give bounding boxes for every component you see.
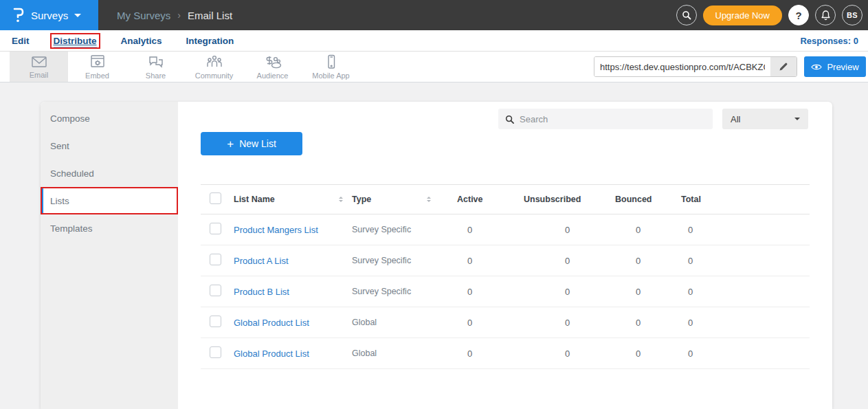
new-list-button[interactable]: + New List [201, 132, 302, 155]
distribute-tab-share[interactable]: Share [126, 52, 185, 82]
list-search-box [498, 109, 713, 129]
pencil-icon [779, 62, 788, 71]
col-total: Total [680, 195, 810, 204]
survey-url-input[interactable] [594, 57, 770, 76]
email-sidebar: ComposeSentScheduledListsTemplates [41, 102, 178, 409]
total-count: 0 [680, 225, 810, 235]
col-unsubscribed: Unsubscribed [522, 195, 615, 204]
unsubscribed-count: 0 [522, 287, 615, 297]
bounced-count: 0 [615, 225, 680, 235]
select-all-checkbox[interactable] [210, 192, 221, 204]
list-name-link[interactable]: Product Mangers List [234, 225, 318, 235]
chevron-down-icon [74, 14, 81, 21]
help-button[interactable]: ? [788, 5, 809, 25]
new-list-label: New List [239, 138, 276, 149]
table-body: Product Mangers ListSurvey Specific0000P… [201, 214, 810, 369]
list-type: Survey Specific [352, 256, 411, 265]
unsubscribed-count: 0 [522, 256, 615, 266]
tab-label: Analytics [121, 36, 162, 46]
distribute-tab-mobile-app[interactable]: Mobile App [302, 52, 360, 82]
embed-icon [89, 54, 107, 70]
user-avatar[interactable]: BS [842, 5, 863, 25]
row-checkbox[interactable] [210, 223, 221, 234]
upgrade-button[interactable]: Upgrade Now [703, 5, 783, 25]
sidebar-item-templates[interactable]: Templates [41, 214, 178, 242]
sidebar-item-lists[interactable]: Lists [41, 187, 178, 214]
notifications-button[interactable] [815, 5, 836, 25]
distribute-tab-email[interactable]: Email [10, 52, 68, 82]
active-count: 0 [454, 225, 522, 235]
email-lists-table: List Name Type Active Unsubscribed Bounc… [201, 184, 810, 369]
active-count: 0 [454, 256, 522, 266]
active-count: 0 [454, 318, 522, 328]
list-filter-dropdown[interactable]: All [722, 109, 808, 129]
sidebar-item-scheduled[interactable]: Scheduled [41, 159, 178, 187]
toolbar-right: Preview [594, 56, 868, 77]
col-list-name[interactable]: List Name [234, 195, 275, 204]
list-type: Global [352, 349, 377, 358]
row-checkbox[interactable] [210, 346, 221, 358]
table-row: Global Product ListGlobal0000 [201, 307, 810, 338]
sidebar-item-compose[interactable]: Compose [41, 104, 178, 132]
community-icon [205, 54, 224, 70]
list-search-input[interactable] [520, 114, 706, 124]
distribute-tab-community[interactable]: Community [185, 52, 243, 82]
active-count: 0 [454, 287, 522, 297]
tab-edit[interactable]: Edit [10, 34, 32, 47]
breadcrumb-current: Email List [188, 10, 232, 21]
tab-label: Distribute [54, 36, 97, 48]
sidebar-item-sent[interactable]: Sent [41, 132, 178, 159]
bounced-count: 0 [615, 256, 680, 266]
distribute-tab-audience[interactable]: Audience [243, 52, 302, 82]
list-name-link[interactable]: Global Product List [234, 349, 309, 359]
table-row: Product A ListSurvey Specific0000 [201, 245, 810, 276]
questionpro-logo-icon [12, 7, 25, 23]
tab-label: Integration [186, 36, 234, 46]
list-name-link[interactable]: Global Product List [234, 318, 309, 328]
list-type: Survey Specific [352, 225, 411, 234]
sort-list-name-icon[interactable] [339, 197, 343, 202]
email-lists-panel: ComposeSentScheduledListsTemplates All + [41, 102, 832, 409]
unsubscribed-count: 0 [522, 225, 615, 235]
avatar-initials: BS [847, 11, 858, 19]
survey-url-group [594, 56, 797, 77]
eye-icon [811, 63, 822, 71]
total-count: 0 [680, 287, 810, 297]
preview-label: Preview [827, 62, 858, 72]
share-icon [147, 54, 165, 70]
lists-content: All + New List List Name Type [178, 102, 832, 409]
col-type[interactable]: Type [352, 195, 371, 204]
product-name: Surveys [31, 10, 68, 21]
total-count: 0 [680, 349, 810, 359]
filter-selected-value: All [731, 114, 740, 124]
tab-analytics[interactable]: Analytics [119, 34, 164, 47]
bell-icon [821, 10, 831, 21]
tab-label: Edit [12, 36, 30, 46]
search-button[interactable] [676, 5, 697, 25]
filter-row: All [178, 109, 808, 129]
responses-count[interactable]: Responses: 0 [800, 36, 858, 46]
row-checkbox[interactable] [210, 285, 221, 296]
list-type: Global [352, 318, 377, 327]
product-switcher[interactable]: Surveys [0, 0, 98, 30]
total-count: 0 [680, 318, 810, 328]
unsubscribed-count: 0 [522, 349, 615, 359]
list-name-link[interactable]: Product B List [234, 287, 289, 297]
breadcrumb: My Surveys › Email List [117, 10, 232, 21]
distribute-tab-embed[interactable]: Embed [68, 52, 126, 82]
row-checkbox[interactable] [210, 254, 221, 265]
list-type: Survey Specific [352, 287, 411, 296]
row-checkbox[interactable] [210, 316, 221, 327]
preview-button[interactable]: Preview [804, 56, 866, 77]
sort-type-icon[interactable] [427, 197, 431, 202]
tab-integration[interactable]: Integration [184, 34, 236, 47]
search-icon [505, 115, 514, 124]
unsubscribed-count: 0 [522, 318, 615, 328]
distribute-toolbar: Email Embed Share Community [0, 52, 868, 82]
list-name-link[interactable]: Product A List [234, 256, 289, 266]
app-header: Surveys My Surveys › Email List Upgrade … [0, 0, 868, 30]
edit-url-button[interactable] [770, 57, 797, 76]
breadcrumb-parent[interactable]: My Surveys [117, 10, 170, 21]
tab-distribute[interactable]: Distribute [52, 34, 99, 47]
col-bounced: Bounced [615, 195, 680, 204]
